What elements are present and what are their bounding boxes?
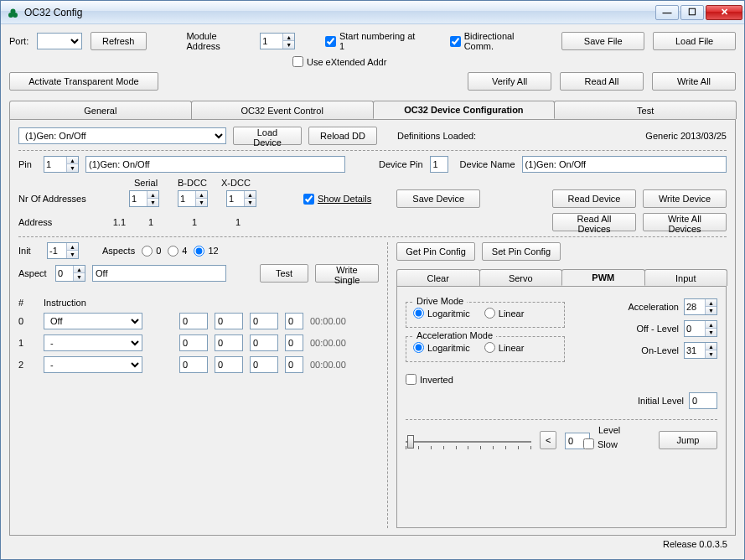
- instr-v4[interactable]: [285, 334, 303, 351]
- xdcc-spinner[interactable]: ▲▼: [226, 190, 256, 207]
- instr-v1[interactable]: [179, 356, 208, 373]
- device-pin-input[interactable]: [430, 156, 448, 173]
- definitions-loaded-label: Definitions Loaded:: [397, 131, 476, 141]
- row-index: 1: [18, 338, 37, 348]
- aspects-radio-0[interactable]: 0: [142, 246, 161, 257]
- onlevel-label: On-Level: [641, 345, 679, 355]
- instr-v3[interactable]: [250, 313, 278, 329]
- write-all-devices-button[interactable]: Write All Devices: [643, 213, 727, 231]
- instr-v2[interactable]: [215, 313, 243, 329]
- read-device-button[interactable]: Read Device: [552, 189, 636, 208]
- maximize-button[interactable]: ☐: [680, 5, 704, 20]
- close-button[interactable]: ✕: [706, 5, 742, 20]
- serial-spinner[interactable]: ▲▼: [129, 190, 159, 207]
- onlevel-spinner[interactable]: ▲▼: [684, 342, 717, 359]
- instruction-header: Instruction: [44, 298, 86, 308]
- offlevel-spinner[interactable]: ▲▼: [684, 320, 717, 337]
- accel-mode-linear[interactable]: Linear: [484, 342, 525, 353]
- bidirectional-checkbox[interactable]: Bidirectional Comm.: [450, 31, 546, 51]
- subtab-pwm[interactable]: PWM: [561, 269, 645, 286]
- port-select[interactable]: [37, 33, 81, 49]
- reload-dd-button[interactable]: Reload DD: [308, 127, 377, 145]
- save-device-button[interactable]: Save Device: [396, 189, 480, 208]
- load-device-button[interactable]: Load Device: [233, 127, 302, 145]
- spin-up[interactable]: ▲: [283, 34, 294, 41]
- slow-checkbox[interactable]: Slow: [583, 438, 620, 449]
- save-file-button[interactable]: Save File: [561, 32, 644, 50]
- write-device-button[interactable]: Write Device: [643, 189, 727, 208]
- device-pin-label: Device Pin: [379, 159, 423, 169]
- extended-addr-checkbox[interactable]: Use eXtended Addr: [292, 56, 386, 67]
- inverted-checkbox[interactable]: Inverted: [406, 374, 453, 385]
- slider-left-button[interactable]: <: [540, 431, 556, 449]
- instruction-select[interactable]: -: [44, 334, 142, 351]
- row-index: 0: [18, 316, 37, 326]
- subtab-servo[interactable]: Servo: [479, 269, 563, 286]
- instruction-row: 0Off00:00.00: [18, 313, 379, 329]
- instr-v1[interactable]: [179, 313, 208, 329]
- addr-bdcc: 1: [176, 217, 213, 227]
- instr-v4[interactable]: [285, 356, 303, 373]
- set-pin-config-button[interactable]: Set Pin Config: [482, 242, 561, 261]
- xdcc-header: X-DCC: [221, 178, 258, 188]
- acceleration-spinner[interactable]: ▲▼: [684, 298, 717, 315]
- module-address-input[interactable]: [261, 34, 282, 49]
- pin-name-input[interactable]: [85, 156, 345, 173]
- instruction-row: 2-00:00.00: [18, 356, 379, 373]
- write-single-button[interactable]: Write Single: [315, 264, 379, 283]
- show-details-checkbox[interactable]: Show Details: [303, 194, 371, 205]
- read-all-devices-button[interactable]: Read All Devices: [552, 213, 636, 231]
- aspects-radio-12[interactable]: 12: [194, 246, 218, 257]
- tab-event[interactable]: OC32 Event Control: [191, 101, 374, 119]
- write-all-button[interactable]: Write All: [652, 72, 736, 91]
- tab-test[interactable]: Test: [554, 101, 737, 119]
- subtab-input[interactable]: Input: [644, 269, 728, 286]
- instr-v4[interactable]: [285, 313, 303, 329]
- device-name-input[interactable]: [522, 156, 727, 173]
- read-all-button[interactable]: Read All: [560, 72, 644, 91]
- refresh-button[interactable]: Refresh: [91, 32, 147, 50]
- pin-spinner[interactable]: ▲▼: [44, 156, 79, 173]
- tab-general[interactable]: General: [9, 101, 192, 119]
- spin-down[interactable]: ▼: [283, 41, 294, 49]
- bdcc-spinner[interactable]: ▲▼: [178, 190, 208, 207]
- level-slider[interactable]: [406, 434, 531, 449]
- initial-level-label: Initial Level: [638, 396, 684, 406]
- subtab-clear[interactable]: Clear: [396, 269, 480, 286]
- verify-all-button[interactable]: Verify All: [468, 72, 551, 91]
- test-button[interactable]: Test: [260, 264, 308, 283]
- instr-v2[interactable]: [215, 356, 243, 373]
- instr-v1[interactable]: [179, 334, 208, 351]
- address-label: Address: [18, 217, 70, 227]
- drive-mode-linear[interactable]: Linear: [484, 308, 525, 319]
- initial-level-input[interactable]: [689, 392, 717, 409]
- instr-v3[interactable]: [250, 334, 278, 351]
- pwm-panel: Drive Mode Logaritmic Linear Acceleratio…: [396, 286, 727, 528]
- device-select[interactable]: (1)Gen: On/Off: [18, 127, 226, 144]
- pin-label: Pin: [18, 159, 37, 169]
- svg-point-2: [11, 8, 16, 13]
- port-label: Port:: [9, 36, 28, 46]
- get-pin-config-button[interactable]: Get Pin Config: [396, 242, 475, 261]
- instr-v3[interactable]: [250, 356, 278, 373]
- init-spinner[interactable]: ▲▼: [47, 242, 79, 259]
- aspect-name-input[interactable]: [92, 265, 226, 282]
- instr-time: 00:00.00: [310, 360, 346, 370]
- aspect-spinner[interactable]: ▲▼: [55, 265, 85, 282]
- start-numbering-checkbox[interactable]: Start numbering at 1: [325, 31, 422, 51]
- aspects-radio-4[interactable]: 4: [168, 246, 187, 257]
- drive-mode-logarithmic[interactable]: Logaritmic: [413, 308, 470, 319]
- minimize-button[interactable]: —: [655, 5, 679, 20]
- module-address-label: Module Address: [186, 31, 251, 51]
- instruction-select[interactable]: Off: [44, 313, 142, 329]
- aspects-label: Aspects: [102, 246, 135, 256]
- tab-device-config[interactable]: OC32 Device Configuration: [373, 101, 556, 119]
- jump-button[interactable]: Jump: [659, 431, 717, 449]
- module-address-spinner[interactable]: ▲▼: [260, 33, 295, 49]
- accel-mode-logarithmic[interactable]: Logaritmic: [413, 342, 470, 353]
- instruction-select[interactable]: -: [44, 356, 142, 373]
- instr-v2[interactable]: [215, 334, 243, 351]
- pin-config-tabs: Clear Servo PWM Input: [396, 269, 727, 286]
- load-file-button[interactable]: Load File: [653, 32, 736, 50]
- activate-transparent-button[interactable]: Activate Transparent Mode: [9, 72, 158, 91]
